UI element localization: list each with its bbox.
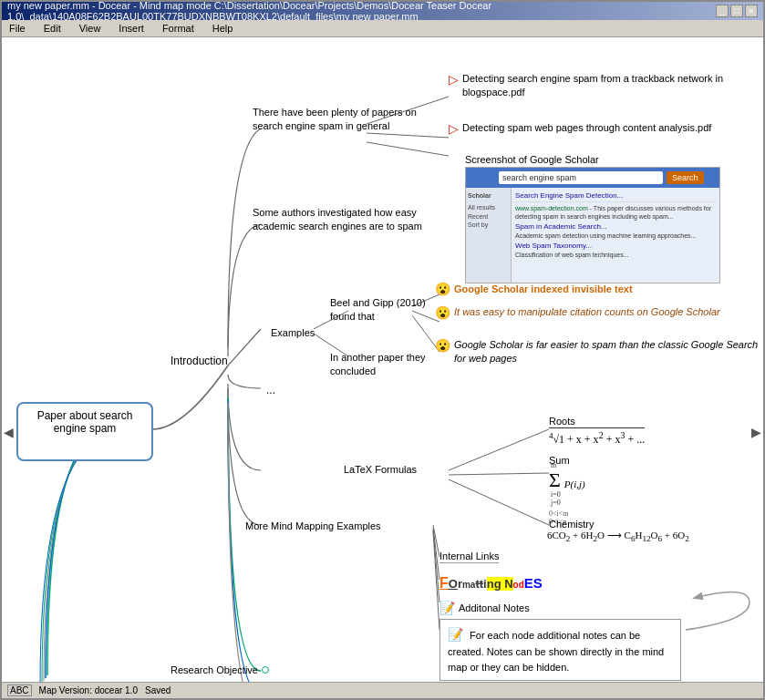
screenshot-label-node: Screenshot of Google Scholar (465, 154, 599, 165)
pdf-icon-1: ▷ (449, 72, 459, 87)
detecting-trackback-node[interactable]: ▷ Detecting search engine spam from a tr… (449, 72, 763, 100)
ellipsis-node: ... (266, 384, 275, 396)
title-bar: my new paper.mm - Docear - Mind map mode… (2, 2, 763, 20)
examples-node[interactable]: Examples (271, 327, 315, 338)
another-paper-node[interactable]: In another paper they concluded (330, 351, 430, 379)
menu-help[interactable]: Help (209, 22, 237, 35)
latex-formulas-node[interactable]: LaTeX Formulas (344, 464, 417, 475)
google-easier-node[interactable]: 😮 Google Scholar is far easier to spam t… (435, 338, 763, 366)
detecting-spam-node[interactable]: ▷ Detecting spam web pages through conte… (449, 121, 711, 136)
menu-insert[interactable]: Insert (115, 22, 148, 35)
chemistry-label-node: Chemistry (549, 519, 594, 530)
menu-view[interactable]: View (76, 22, 105, 35)
status-bar: ABC Map Version: docear 1.0 Saved (2, 682, 763, 698)
main-window: my new paper.mm - Docear - Mind map mode… (0, 0, 765, 700)
close-button[interactable]: ✕ (745, 5, 758, 17)
plenty-papers-node[interactable]: There have been plenty of papers on sear… (253, 106, 435, 134)
minimize-button[interactable]: _ (716, 5, 729, 17)
emoji-icon-2: 😮 (435, 305, 450, 320)
menu-format[interactable]: Format (159, 22, 198, 35)
citation-counts-node[interactable]: 😮 It was easy to manipulate citation cou… (435, 305, 720, 320)
window-controls: _ □ ✕ (716, 5, 758, 17)
abc-label: ABC (7, 685, 32, 696)
notepad-icon: 📝 (439, 601, 455, 615)
root-node-label: Paper about search engine spam (37, 409, 133, 435)
version-label: Map Version: docear 1.0 (39, 685, 138, 695)
menu-file[interactable]: File (5, 22, 29, 35)
google-scholar-screenshot: search engine spam Search Scholar All re… (465, 167, 720, 283)
root-node[interactable]: Paper about search engine spam (16, 402, 153, 461)
beel-gipp-node[interactable]: Beel and Gipp (2010) found that (330, 296, 439, 324)
notepad-icon-2: 📝 (448, 627, 463, 642)
saved-label: Saved (145, 685, 171, 695)
additional-notes-node[interactable]: 📝 Additonal Notes (439, 601, 530, 615)
sum-formula: m Σ i=0j=0 P(i,j) 0<i<m0<j<n (549, 461, 585, 526)
left-arrow-indicator: ◀ (4, 425, 14, 439)
more-mind-mapping-node[interactable]: More Mind Mapping Examples (245, 520, 381, 531)
roots-formula: 4√1 + x + x2 + x3 + ... (549, 427, 645, 447)
chemistry-formula: 6CO2 + 6H2O ⟶ C6H12O6 + 6O2 (547, 530, 689, 543)
invisible-text-node[interactable]: 😮 Google Scholar indexed invisible text (435, 282, 633, 296)
formatting-nodes-node[interactable]: FOrmatting NodES (439, 575, 543, 592)
window-title: my new paper.mm - Docear - Mind map mode… (7, 0, 716, 22)
right-arrow-indicator: ▶ (751, 425, 761, 439)
introduction-node[interactable]: Introduction (171, 355, 228, 367)
mind-map-canvas[interactable]: Paper about search engine spam Introduct… (2, 37, 763, 682)
emoji-icon-3: 😮 (435, 338, 450, 353)
notes-description-box: 📝 For each node additional notes can be … (439, 619, 681, 681)
roots-label-node: Roots (549, 416, 575, 427)
menu-edit[interactable]: Edit (40, 22, 65, 35)
internal-links-node[interactable]: Internal Links (439, 551, 499, 563)
menu-bar: File Edit View Insert Format Help (2, 20, 763, 37)
maximize-button[interactable]: □ (730, 5, 743, 17)
pdf-icon-2: ▷ (449, 121, 459, 136)
circle-indicator-1 (262, 666, 269, 674)
research-objective-node[interactable]: Research Objective (171, 664, 269, 675)
academic-engines-node[interactable]: Some authors investigated how easy acade… (253, 206, 444, 234)
emoji-icon-1: 😮 (435, 282, 450, 296)
